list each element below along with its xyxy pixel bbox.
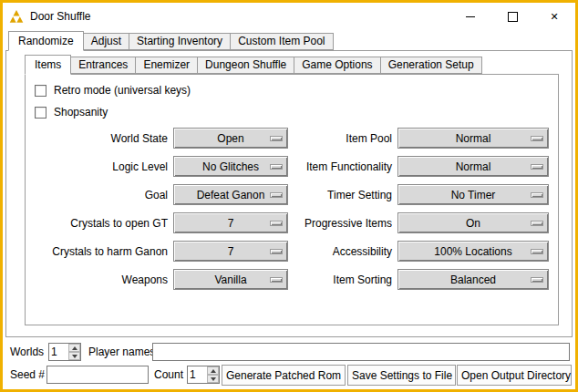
arrow-down-icon bbox=[211, 377, 216, 381]
dropdown-indicator-icon bbox=[270, 221, 283, 226]
item-pool-dropdown[interactable]: Normal bbox=[397, 128, 549, 149]
world-state-dropdown[interactable]: Open bbox=[173, 128, 288, 149]
item-pool-label: Item Pool bbox=[292, 124, 394, 152]
item-functionality-dropdown[interactable]: Normal bbox=[397, 156, 549, 177]
dropdown-indicator-icon bbox=[270, 136, 283, 141]
generate-row: Seed # Count Generate Patched Rom Save S… bbox=[3, 365, 575, 387]
tab-starting-inventory[interactable]: Starting Inventory bbox=[129, 33, 231, 50]
tab-dungeon-shuffle[interactable]: Dungeon Shuffle bbox=[197, 57, 294, 74]
worlds-spin-up-button[interactable] bbox=[68, 344, 80, 352]
weapons-label: Weapons bbox=[33, 265, 170, 294]
count-label: Count bbox=[154, 368, 183, 381]
count-value-input[interactable] bbox=[188, 366, 207, 383]
worlds-value-input[interactable] bbox=[49, 344, 68, 360]
arrow-up-icon bbox=[211, 369, 216, 373]
minimize-button[interactable] bbox=[449, 3, 491, 30]
items-panel: Retro mode (universal keys) Shopsanity W… bbox=[25, 74, 559, 325]
progressive-items-dropdown[interactable]: On bbox=[397, 212, 549, 233]
player-names-input[interactable] bbox=[152, 343, 570, 361]
dropdown-indicator-icon bbox=[531, 249, 543, 254]
dropdown-indicator-icon bbox=[531, 192, 543, 198]
settings-tab-bar: Items Entrances Enemizer Dungeon Shuffle… bbox=[25, 55, 481, 74]
close-icon: ✕ bbox=[550, 12, 558, 22]
arrow-up-icon bbox=[72, 346, 77, 350]
tab-enemizer[interactable]: Enemizer bbox=[135, 57, 198, 74]
count-spin-down-button[interactable] bbox=[207, 375, 219, 383]
open-output-directory-button[interactable]: Open Output Directory bbox=[457, 365, 572, 386]
tab-randomize[interactable]: Randomize bbox=[8, 31, 84, 51]
world-state-label: World State bbox=[33, 124, 170, 152]
tab-items[interactable]: Items bbox=[25, 55, 71, 75]
player-names-label: Player names bbox=[88, 346, 155, 358]
shopsanity-row: Shopsanity bbox=[35, 102, 551, 122]
worlds-label: Worlds bbox=[10, 346, 44, 358]
worlds-spin-down-button[interactable] bbox=[68, 352, 80, 360]
close-button[interactable]: ✕ bbox=[533, 3, 575, 30]
retro-mode-row: Retro mode (universal keys) bbox=[35, 80, 551, 100]
app-window: Door Shuffle ✕ Randomize Adjust Starting… bbox=[0, 0, 578, 392]
logic-level-dropdown[interactable]: No Glitches bbox=[173, 156, 288, 177]
item-sorting-label: Item Sorting bbox=[292, 265, 394, 294]
count-spin-arrows bbox=[207, 366, 219, 383]
shopsanity-checkbox[interactable] bbox=[35, 107, 46, 119]
dropdown-indicator-icon bbox=[531, 277, 543, 283]
tab-adjust[interactable]: Adjust bbox=[83, 33, 129, 50]
crystals-ganon-label: Crystals to harm Ganon bbox=[33, 237, 170, 265]
goal-dropdown[interactable]: Defeat Ganon bbox=[173, 184, 288, 205]
accessibility-dropdown[interactable]: 100% Locations bbox=[397, 241, 549, 262]
dropdown-indicator-icon bbox=[531, 136, 543, 141]
crystals-ganon-dropdown[interactable]: 7 bbox=[173, 241, 288, 262]
dropdown-indicator-icon bbox=[270, 192, 283, 198]
retro-mode-label: Retro mode (universal keys) bbox=[54, 84, 191, 97]
generate-patched-rom-button[interactable]: Generate Patched Rom bbox=[222, 365, 346, 386]
progressive-items-label: Progressive Items bbox=[292, 209, 394, 237]
window-controls: ✕ bbox=[449, 3, 575, 30]
seed-label: Seed # bbox=[10, 368, 45, 381]
worlds-spinner[interactable] bbox=[48, 343, 81, 361]
tab-custom-item-pool[interactable]: Custom Item Pool bbox=[230, 33, 333, 50]
weapons-dropdown[interactable]: Vanilla bbox=[173, 269, 288, 290]
dropdown-indicator-icon bbox=[531, 221, 543, 226]
count-spinner[interactable] bbox=[187, 366, 220, 384]
count-spin-up-button[interactable] bbox=[207, 366, 219, 375]
item-sorting-dropdown[interactable]: Balanced bbox=[397, 269, 549, 290]
item-functionality-label: Item Functionality bbox=[292, 152, 394, 181]
multiworld-row: Worlds Player names bbox=[3, 342, 575, 362]
worlds-spin-arrows bbox=[68, 344, 80, 360]
dropdown-indicator-icon bbox=[270, 277, 283, 283]
arrow-down-icon bbox=[72, 355, 77, 358]
save-settings-button[interactable]: Save Settings to File bbox=[347, 365, 456, 386]
timer-setting-label: Timer Setting bbox=[292, 181, 394, 209]
minimize-icon bbox=[466, 16, 475, 17]
tab-game-options[interactable]: Game Options bbox=[294, 57, 380, 74]
dropdown-indicator-icon bbox=[270, 164, 283, 170]
maximize-icon bbox=[508, 12, 518, 22]
tab-generation-setup[interactable]: Generation Setup bbox=[380, 57, 482, 74]
logic-level-label: Logic Level bbox=[33, 152, 170, 181]
randomize-panel: Items Entrances Enemizer Dungeon Shuffle… bbox=[5, 50, 573, 337]
triforce-icon bbox=[9, 10, 24, 23]
tab-entrances[interactable]: Entrances bbox=[70, 57, 136, 74]
settings-grid: World State Open Item Pool Normal Logic … bbox=[33, 124, 551, 294]
title-bar: Door Shuffle ✕ bbox=[3, 3, 575, 30]
accessibility-label: Accessibility bbox=[292, 237, 394, 265]
crystals-gt-label: Crystals to open GT bbox=[33, 209, 170, 237]
dropdown-indicator-icon bbox=[270, 249, 283, 254]
dropdown-indicator-icon bbox=[531, 164, 543, 170]
crystals-gt-dropdown[interactable]: 7 bbox=[173, 212, 288, 233]
main-tab-bar: Randomize Adjust Starting Inventory Cust… bbox=[8, 31, 333, 50]
retro-mode-checkbox[interactable] bbox=[35, 85, 46, 97]
maximize-button[interactable] bbox=[491, 3, 533, 30]
timer-setting-dropdown[interactable]: No Timer bbox=[397, 184, 549, 205]
shopsanity-label: Shopsanity bbox=[54, 106, 108, 119]
goal-label: Goal bbox=[33, 181, 170, 209]
window-title: Door Shuffle bbox=[30, 10, 91, 23]
seed-input[interactable] bbox=[46, 366, 149, 384]
